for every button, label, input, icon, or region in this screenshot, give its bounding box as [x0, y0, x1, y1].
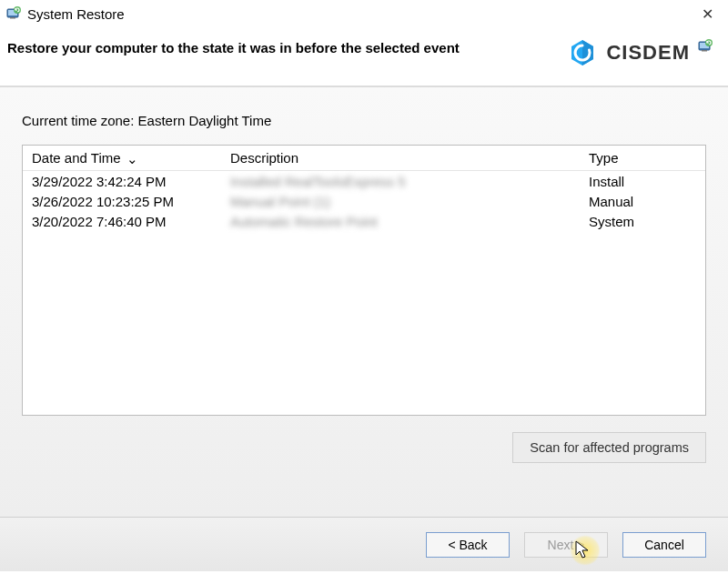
instruction-text: Restore your computer to the state it wa… — [7, 40, 566, 55]
brand-text: CISDEM — [606, 41, 690, 65]
cell-datetime: 3/26/2022 10:23:25 PM — [23, 194, 221, 209]
header: Restore your computer to the state it wa… — [0, 27, 728, 86]
close-button[interactable]: ✕ — [693, 5, 721, 23]
column-header-description[interactable]: Description — [221, 150, 580, 166]
scan-row: Scan for affected programs — [22, 432, 706, 463]
column-label: Date and Time — [32, 150, 121, 166]
brand-logo: CISDEM — [566, 36, 690, 69]
window-title: System Restore — [27, 6, 693, 22]
table-row[interactable]: 3/20/2022 7:46:40 PM Automatic Restore P… — [23, 211, 705, 231]
system-restore-icon — [697, 38, 715, 56]
svg-rect-6 — [702, 50, 707, 52]
cell-description: Automatic Restore Point — [221, 214, 580, 229]
cell-type: Install — [580, 174, 696, 189]
column-header-datetime[interactable]: Date and Time ⌄ — [23, 150, 221, 166]
table-body: 3/29/2022 3:42:24 PM Installed RealTools… — [23, 171, 705, 231]
column-label: Type — [589, 150, 619, 166]
cell-description: Manual Point (1) — [221, 194, 580, 209]
cancel-button[interactable]: Cancel — [622, 532, 706, 558]
table-row[interactable]: 3/29/2022 3:42:24 PM Installed RealTools… — [23, 171, 705, 191]
footer: < Back Next > Cancel — [0, 517, 728, 571]
column-header-type[interactable]: Type — [580, 150, 696, 166]
restore-points-table: Date and Time ⌄ Description Type 3/29/20… — [22, 145, 706, 416]
chevron-down-icon: ⌄ — [126, 151, 138, 167]
column-label: Description — [230, 150, 298, 166]
next-button: Next > — [524, 532, 608, 558]
back-button[interactable]: < Back — [426, 532, 510, 558]
content-area: Current time zone: Eastern Daylight Time… — [0, 87, 728, 517]
table-header: Date and Time ⌄ Description Type — [23, 146, 705, 171]
timezone-label: Current time zone: Eastern Daylight Time — [22, 113, 706, 128]
svg-rect-2 — [10, 17, 15, 19]
cell-description: Installed RealToolsExpress 5 — [221, 174, 580, 189]
titlebar: System Restore ✕ — [0, 0, 728, 27]
system-restore-icon — [5, 5, 22, 22]
cell-type: System — [580, 214, 696, 229]
table-row[interactable]: 3/26/2022 10:23:25 PM Manual Point (1) M… — [23, 191, 705, 211]
cisdem-icon — [566, 36, 599, 69]
cell-type: Manual — [580, 194, 696, 209]
cell-datetime: 3/29/2022 3:42:24 PM — [23, 174, 221, 189]
cell-datetime: 3/20/2022 7:46:40 PM — [23, 214, 221, 229]
scan-affected-programs-button[interactable]: Scan for affected programs — [512, 432, 706, 463]
